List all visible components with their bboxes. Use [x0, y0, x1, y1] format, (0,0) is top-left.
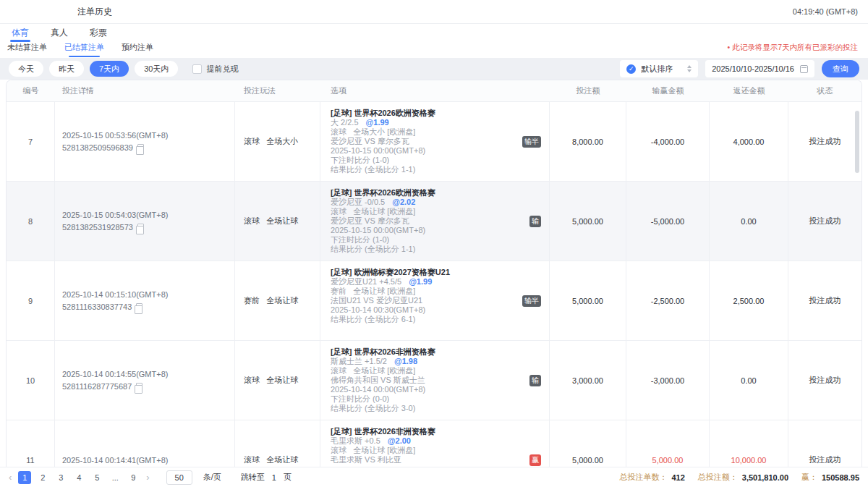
early-cashout-checkbox[interactable]: 提前兑现: [192, 64, 238, 75]
checkbox-label: 提前兑现: [206, 64, 238, 75]
range-pill-30天内[interactable]: 30天内: [135, 61, 178, 77]
page-...[interactable]: ...: [109, 471, 122, 484]
total-count-label: 总投注单数：: [619, 472, 667, 483]
subtab-已结算注单[interactable]: 已结算注单: [64, 42, 104, 57]
winloss-amount: 5,000.00: [626, 420, 710, 467]
copy-icon[interactable]: [136, 383, 142, 390]
subtab-未结算注单[interactable]: 未结算注单: [7, 42, 47, 57]
server-time: 04:19:40 (GMT+8): [793, 7, 858, 16]
range-pill-今天[interactable]: 今天: [9, 61, 43, 77]
market-info: 滚球 全场让球 [欧洲盘]: [331, 207, 520, 216]
per-page-label: 条/页: [203, 472, 221, 483]
range-pill-昨天[interactable]: 昨天: [49, 61, 84, 77]
odds-value: @2.00: [388, 436, 411, 445]
result-badge: 输半: [522, 136, 541, 148]
match-time: 2025-10-15 00:00(GMT+8): [331, 226, 520, 235]
bet-amount: 5,000.00: [550, 182, 626, 261]
row-number: 7: [7, 102, 55, 181]
table-body: 72025-10-15 00:53:56(GMT+8)5281382509596…: [7, 102, 861, 467]
score-at-bet: 下注时比分 (1-0): [331, 156, 520, 165]
copy-icon[interactable]: [137, 224, 144, 231]
tab-体育[interactable]: 体育: [12, 24, 29, 42]
score-result: 结果比分 (全场比分 1-1): [331, 165, 520, 174]
range-pill-7天内[interactable]: 7天内: [90, 61, 129, 77]
tab-彩票[interactable]: 彩票: [90, 24, 107, 42]
result-badge: 输: [529, 216, 541, 227]
market-info: 赛前 全场让球 [欧洲盘]: [331, 287, 520, 296]
pick-selection: 大 2/2.5: [331, 118, 359, 127]
win-label: 赢：: [801, 472, 817, 483]
refund-amount: 0.00: [710, 182, 788, 261]
scrollbar-thumb[interactable]: [855, 111, 859, 173]
pagination: ‹ 12345...9 › 50 条/页 跳转至 1 页: [7, 470, 292, 485]
play-type: 赛前 全场让球: [235, 261, 320, 340]
col-header-2: 投注详情: [55, 80, 235, 101]
col-header-3: 投注玩法: [235, 80, 320, 101]
bet-detail-cell: 2025-10-14 00:14:55(GMT+8)52811162877756…: [55, 341, 235, 420]
score-result: 结果比分 (全场比分 3-0): [331, 404, 520, 413]
totals-summary: 总投注单数： 412 总投注额： 3,501,810.00 赢： 150588.…: [619, 472, 859, 483]
jump-page-input[interactable]: 1: [272, 473, 276, 482]
col-header-8: 状态: [788, 80, 861, 101]
table-row: 92025-10-14 00:15:10(GMT+8)5281116330837…: [7, 261, 861, 341]
pick-selection: 爱沙尼亚U21 +4.5/5: [331, 277, 401, 286]
bet-status: 投注成功: [788, 102, 861, 181]
bet-amount: 8,000.00: [550, 102, 626, 181]
score-result: 结果比分 (全场比分 6-1): [331, 315, 520, 324]
bet-id: 5281382509596839: [62, 143, 133, 152]
page-9[interactable]: 9: [127, 471, 140, 484]
league-name: [足球] 世界杯2026欧洲资格赛: [331, 188, 520, 198]
market-info: 滚球 全场让球 [欧洲盘]: [331, 446, 520, 455]
match-teams: 爱沙尼亚 VS 摩尔多瓦: [331, 137, 520, 146]
page-size-input[interactable]: 50: [166, 470, 192, 485]
winloss-amount: -4,000.00: [626, 102, 710, 181]
odds-value: @2.02: [392, 198, 415, 206]
bet-detail-cell: 2025-10-14 00:15:10(GMT+8)52811163308377…: [55, 261, 235, 340]
pick-line: 爱沙尼亚U21 +4.5/5@1.99: [331, 277, 520, 287]
option-cell: [足球] 世界杯2026非洲资格赛毛里求斯 +0.5@2.00滚球 全场让球 […: [320, 420, 550, 467]
play-type: 滚球 全场让球: [235, 182, 320, 261]
sort-dropdown[interactable]: ✓ 默认排序: [620, 60, 698, 77]
league-name: [足球] 世界杯2026非洲资格赛: [331, 427, 520, 436]
table-row: 72025-10-15 00:53:56(GMT+8)5281382509596…: [7, 102, 861, 182]
copy-icon[interactable]: [137, 144, 144, 151]
search-button[interactable]: 查询: [822, 60, 859, 77]
winloss-amount: -2,500.00: [626, 261, 710, 340]
page-2[interactable]: 2: [36, 471, 49, 484]
subtab-预约注单[interactable]: 预约注单: [122, 42, 153, 57]
bet-time: 2025-10-14 00:15:10(GMT+8): [62, 290, 234, 299]
bet-id-line: 5281116287775687: [62, 382, 234, 391]
page-1[interactable]: 1: [18, 471, 31, 484]
match-teams: 毛里求斯 VS 利比亚: [331, 455, 520, 465]
refund-amount: 4,000.00: [710, 102, 788, 181]
checkbox-icon[interactable]: [192, 64, 202, 74]
total-amount-label: 总投注额：: [698, 472, 738, 483]
total-amount-value: 3,501,810.00: [742, 473, 788, 482]
filter-bar: 今天昨天7天内30天内 提前兑现 ✓ 默认排序 2025/10/10-2025/…: [0, 58, 868, 80]
jump-label: 跳转至: [241, 472, 265, 483]
date-range-picker[interactable]: 2025/10/10-2025/10/16: [705, 60, 814, 77]
page-title: 注单历史: [77, 6, 112, 18]
option-cell: [足球] 世界杯2026欧洲资格赛爱沙尼亚 -0/0.5@2.02滚球 全场让球…: [320, 182, 550, 261]
bet-id-line: 5281382509596839: [62, 143, 234, 152]
pick-line: 斯威士兰 +1.5/2@1.98: [331, 357, 520, 366]
match-teams: 法国U21 VS 爱沙尼亚U21: [331, 296, 520, 305]
refund-amount: 2,500.00: [710, 261, 788, 340]
next-page-icon[interactable]: ›: [145, 472, 150, 483]
win-value: 150588.95: [822, 473, 859, 482]
bet-id: 5281116330837743: [62, 302, 132, 311]
row-number: 8: [7, 182, 55, 261]
match-teams: 佛得角共和国 VS 斯威士兰: [331, 376, 520, 385]
copy-icon[interactable]: [136, 303, 142, 310]
prev-page-icon[interactable]: ‹: [7, 472, 13, 483]
calendar-icon: [800, 65, 808, 73]
bet-time: 2025-10-14 00:14:55(GMT+8): [62, 370, 234, 378]
tab-真人[interactable]: 真人: [51, 24, 68, 42]
page-5[interactable]: 5: [90, 471, 103, 484]
date-range-value: 2025/10/10-2025/10/16: [712, 64, 794, 73]
bet-amount: 5,000.00: [550, 261, 626, 340]
play-type: 滚球 全场让球: [235, 420, 320, 467]
bet-table: 编号投注详情投注玩法选项投注额输赢金额返还金额状态 72025-10-15 00…: [6, 80, 862, 467]
page-3[interactable]: 3: [54, 471, 67, 484]
page-4[interactable]: 4: [72, 471, 85, 484]
